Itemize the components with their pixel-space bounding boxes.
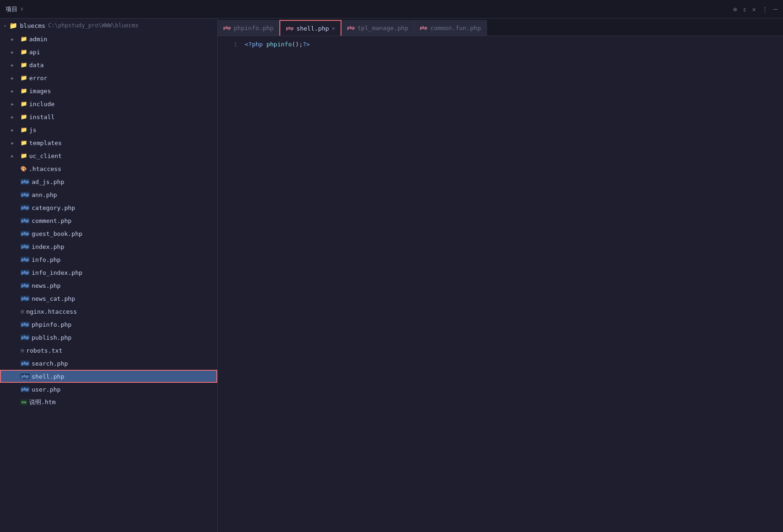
folder-include[interactable]: ▶ 📁 include [0,97,217,110]
file-category-php[interactable]: php category.php [0,201,217,214]
file-shell-php[interactable]: php shell.php [0,370,217,383]
main-layout: ▾ 📁 bluecms C:\phpstudy_pro\WWW\bluecms … [0,19,783,532]
title-bar-left: 项目 ∨ [6,5,98,13]
file-nginx-htaccess[interactable]: ≡ nginx.htaccess [0,305,217,318]
file-news-cat-php[interactable]: php news_cat.php [0,292,217,305]
file-htaccess[interactable]: 🎨 .htaccess [0,162,217,175]
arrows-icon[interactable]: ⇕ [743,6,746,13]
php-icon: php [20,205,30,210]
title-bar-icons: ⊕ ⇕ ✕ ⋮ ─ [733,6,777,13]
line-numbers: 1 [218,40,241,528]
folder-templates[interactable]: ▶ 📁 templates [0,136,217,149]
file-label: search.php [32,360,68,367]
html-icon: <> [20,399,27,405]
tab-close-button[interactable]: ✕ [332,25,335,32]
file-label: news.php [32,282,61,289]
sidebar: ▾ 📁 bluecms C:\phpstudy_pro\WWW\bluecms … [0,19,218,532]
globe-icon[interactable]: ⊕ [733,6,737,13]
file-label: phpinfo.php [32,321,71,328]
folder-js[interactable]: ▶ 📁 js [0,123,217,136]
chevron-icon: ▶ [11,140,19,146]
folder-label: data [29,62,44,69]
minimize-icon[interactable]: ─ [774,6,777,13]
tab-shell-php[interactable]: php shell.php ✕ [279,20,341,36]
space [263,41,266,48]
file-robots-txt[interactable]: ≡ robots.txt [0,344,217,357]
file-info-php[interactable]: php info.php [0,253,217,266]
file-ann-php[interactable]: php ann.php [0,188,217,201]
title-bar: 项目 ∨ ⊕ ⇕ ✕ ⋮ ─ [0,0,783,19]
root-item[interactable]: ▾ 📁 bluecms C:\phpstudy_pro\WWW\bluecms [0,19,217,32]
file-info-index-php[interactable]: php info_index.php [0,266,217,279]
file-phpinfo-php[interactable]: php phpinfo.php [0,318,217,331]
file-label: comment.php [32,217,71,224]
file-ad-js-php[interactable]: php ad_js.php [0,175,217,188]
tab-common-fun-php[interactable]: php common.fun.php [414,20,487,36]
folder-error[interactable]: ▶ 📁 error [0,71,217,84]
chevron-icon: ▶ [11,37,19,42]
folder-icon: 📁 [20,88,27,94]
file-comment-php[interactable]: php comment.php [0,214,217,227]
file-label: robots.txt [26,347,62,354]
file-news-php[interactable]: php news.php [0,279,217,292]
folder-icon: 📁 [20,101,27,107]
chevron-icon: ▶ [11,101,19,107]
code-area[interactable]: <?php phpinfo();?> [241,40,783,528]
tab-label: shell.php [297,25,329,32]
close-icon[interactable]: ✕ [752,6,756,13]
folder-icon: 📁 [20,49,27,55]
folder-label: js [29,127,37,133]
php-badge: php [223,25,231,30]
lines-icon: ≡ [20,347,24,354]
chevron-icon: ▶ [11,63,19,68]
line-number: 1 [221,40,237,49]
code-line-1: <?php phpinfo();?> [245,40,779,49]
php-badge: php [286,26,293,31]
php-icon: php [20,374,30,379]
php-icon: php [20,296,30,301]
php-icon: php [20,335,30,340]
folder-images[interactable]: ▶ 📁 images [0,84,217,97]
tab-phpinfo-php[interactable]: php phpinfo.php [218,20,279,36]
folder-label: include [29,101,55,108]
folder-label: templates [29,139,62,146]
file-label: nginx.htaccess [26,308,77,315]
menu-icon[interactable]: ⋮ [762,6,768,13]
file-label: info_index.php [32,269,82,276]
project-label[interactable]: 项目 [6,5,18,13]
file-label: index.php [32,243,64,250]
chevron-icon: ▶ [11,127,19,133]
folder-icon: 📁 [20,75,27,81]
file-search-php[interactable]: php search.php [0,357,217,370]
file-label: guest_book.php [32,230,82,237]
php-icon: php [20,192,30,197]
php-open-tag: <?php [245,41,263,48]
project-chevron[interactable]: ∨ [20,6,24,12]
php-badge: php [420,25,427,30]
file-index-php[interactable]: php index.php [0,240,217,253]
tab-label: phpinfo.php [234,25,273,32]
file-shuoming-htm[interactable]: <> 说明.htm [0,396,217,409]
folder-uc-client[interactable]: ▶ 📁 uc_client [0,149,217,162]
file-user-php[interactable]: php user.php [0,383,217,396]
chevron-icon: ▶ [11,50,19,55]
folder-data[interactable]: ▶ 📁 data [0,58,217,71]
file-guest-book-php[interactable]: php guest_book.php [0,227,217,240]
file-label: news_cat.php [32,295,75,302]
folder-api[interactable]: ▶ 📁 api [0,45,217,58]
folder-admin[interactable]: ▶ 📁 admin [0,32,217,45]
folder-label: api [29,49,40,56]
root-folder-name: bluecms [20,22,45,29]
file-publish-php[interactable]: php publish.php [0,331,217,344]
func-name: phpinfo [266,41,292,48]
php-icon: php [20,231,30,236]
php-close-tag: ?> [303,41,310,48]
chevron-icon: ▶ [11,76,19,81]
folder-label: uc_client [29,152,62,159]
tab-tpl-manage-php[interactable]: php tpl_manage.php [341,20,414,36]
chevron-icon: ▶ [11,89,19,94]
tabs-bar: php phpinfo.php php shell.php ✕ php tpl_… [218,19,783,36]
folder-install[interactable]: ▶ 📁 install [0,110,217,123]
folder-icon: 📁 [20,152,27,159]
editor-area: php phpinfo.php php shell.php ✕ php tpl_… [218,19,783,532]
